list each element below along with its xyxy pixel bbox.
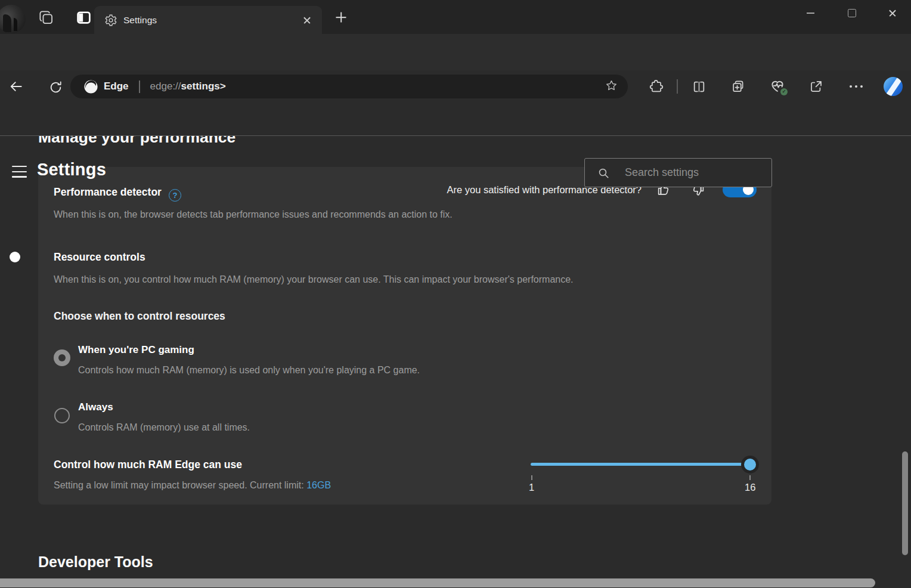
performance-card: Performance detector? Are you satisfied … [38,167,771,505]
radio-pc-gaming[interactable] [54,349,70,366]
performance-detector-title: Performance detector? [54,186,181,202]
radio-always[interactable] [54,408,70,423]
more-menu-icon[interactable] [848,78,864,95]
ram-limit-title: Control how much RAM Edge can use [54,459,242,471]
help-icon[interactable]: ? [169,189,181,202]
ram-slider: 1 16 [522,453,761,501]
ram-slider-thumb[interactable] [741,456,759,474]
gear-icon [104,14,117,27]
site-label: Edge [104,81,129,92]
extensions-icon[interactable] [648,78,665,95]
split-screen-icon[interactable] [690,78,707,95]
slider-max-label: 16 [745,482,755,493]
radio-always-label[interactable]: Always [78,401,113,413]
slider-min-label: 1 [529,482,534,493]
collections-icon[interactable] [730,78,746,95]
new-tab-button[interactable] [333,9,349,26]
refresh-icon[interactable] [47,79,64,95]
url-scheme: edge:// [150,81,181,92]
radio-pc-gaming-description: Controls how much RAM (memory) is used o… [78,365,420,376]
current-limit-link[interactable]: 16GB [306,480,331,490]
copilot-icon[interactable] [884,77,903,96]
radio-always-description: Controls RAM (memory) use at all times. [78,422,250,433]
workspaces-icon[interactable] [37,8,55,26]
window-maximize-button[interactable] [838,0,866,26]
resource-controls-description: When this is on, you control how much RA… [54,274,574,285]
window-minimize-button[interactable] [797,0,824,26]
choose-when-title: Choose when to control resources [54,310,225,323]
toolbar-divider [677,79,678,94]
share-icon[interactable] [808,78,825,95]
tab-settings[interactable]: Settings [94,6,322,34]
edge-browser-window: Settings Edge edge://set [0,0,911,588]
browser-essentials-icon[interactable]: ✓ [769,78,786,94]
address-bar[interactable]: Edge edge://settings> [70,75,628,98]
back-icon[interactable] [8,78,24,95]
vertical-scrollbar[interactable] [902,451,908,555]
performance-detector-description: When this is on, the browser detects tab… [54,209,453,220]
browser-toolbar: Edge edge://settings> [0,34,911,70]
essentials-check-badge: ✓ [780,88,788,95]
developer-tools-title: Developer Tools [38,553,153,571]
settings-search-input[interactable] [585,159,771,187]
menu-icon[interactable] [12,166,27,179]
slider-tick-min [531,475,532,480]
address-divider [139,81,140,93]
horizontal-scrollbar[interactable] [0,578,875,587]
ram-limit-description: Setting a low limit may impact browser s… [54,480,331,491]
tab-title: Settings [123,15,157,26]
resource-controls-title: Resource controls [54,251,145,264]
radio-pc-gaming-label[interactable]: When you're PC gaming [78,344,194,356]
profile-avatar[interactable] [0,5,26,33]
url-path: settings> [181,81,226,92]
window-close-button[interactable] [879,0,906,26]
edge-logo-icon [83,79,98,94]
tab-close-icon[interactable] [299,13,315,28]
ram-slider-track[interactable] [531,463,750,466]
favorite-star-icon[interactable] [605,79,618,95]
tab-actions-icon[interactable] [75,8,92,26]
settings-search-box[interactable] [584,158,772,187]
slider-tick-max [749,475,751,480]
tab-bar: Settings [0,0,911,34]
page-title: Settings [37,160,106,180]
